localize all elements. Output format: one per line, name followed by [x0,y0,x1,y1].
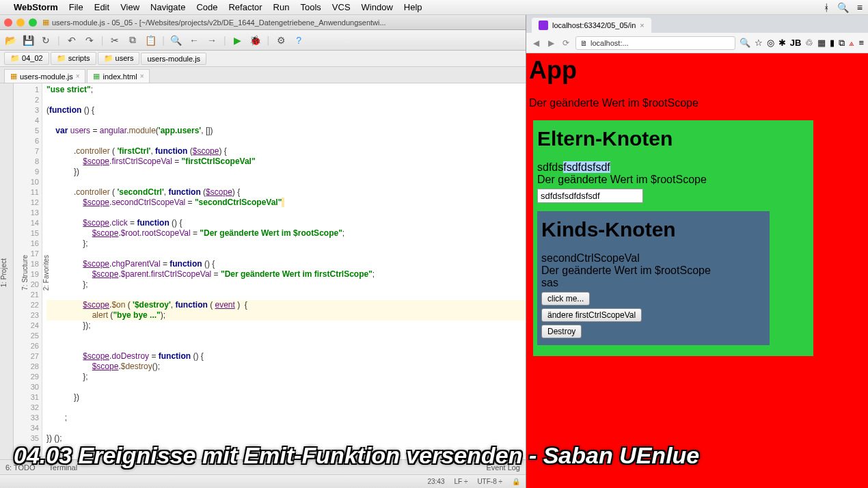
rendered-page: App Der geänderte Wert im $rootScope Elt… [526,53,868,488]
event-log-tab[interactable]: Event Log [486,463,520,472]
child-line1: secondCtrlScopeVal [541,252,765,265]
zoom-window-icon[interactable] [29,18,37,27]
crumb-file[interactable]: users-module.js [141,53,206,65]
spotlight-icon[interactable]: 🔍 [837,2,849,13]
bluetooth-icon[interactable]: ᚼ [824,2,829,13]
menu-help[interactable]: Help [404,2,422,12]
page-icon: 🗎 [580,39,588,47]
destroy-button[interactable]: Destroy [541,325,582,338]
child-heading: Kinds-Knoten [541,218,765,241]
forward-icon[interactable]: → [206,35,218,46]
menu-run[interactable]: Run [273,2,290,12]
parent-input[interactable] [537,189,643,203]
cut-icon[interactable]: ✂ [109,35,121,46]
sync-icon[interactable]: ↻ [40,35,52,46]
encoding[interactable]: UTF-8 ÷ [477,478,502,485]
menu-icon[interactable]: ≡ [858,38,864,49]
child-node-box: Kinds-Knoten secondCtrlScopeVal Der geän… [537,211,770,345]
structure-tool-tab[interactable]: 7: Structure [21,255,29,290]
paste-icon[interactable]: 📋 [144,35,157,46]
chrome-window: localhost:63342/05_05/in × ◀ ▶ ⟳ 🗎 local… [526,15,868,488]
menu-file[interactable]: File [69,2,83,12]
terminal-tab[interactable]: Terminal [49,463,78,472]
window-title: users-module.js - 05_05 - [~/Websites/pr… [52,18,386,27]
chrome-tab[interactable]: localhost:63342/05_05/in × [532,18,651,33]
breadcrumb: 📁 04_02 📁 scripts 📁 users users-module.j… [0,51,526,67]
minimize-window-icon[interactable] [16,18,25,27]
tool-window-tabs: 1: Project 7: Structure 2: Favorites [0,83,14,459]
menu-navigate[interactable]: Navigate [150,2,185,12]
mac-menubar: WebStorm File Edit View Navigate Code Re… [0,0,868,15]
menu-code[interactable]: Code [196,2,217,12]
gear-icon[interactable]: ✱ [778,38,786,49]
save-icon[interactable]: 💾 [22,35,34,46]
help-icon[interactable]: ? [293,35,305,46]
page-title: App [529,56,868,85]
ext-color-icon[interactable]: ▮ [830,38,835,49]
recycle-icon[interactable]: ♲ [805,38,813,49]
parent-node-box: Eltern-Knoten sdfdsfsdfdsfsdf Der geände… [533,120,813,356]
close-icon[interactable]: × [640,21,644,29]
webstorm-titlebar: ▦ users-module.js - 05_05 - [~/Websites/… [0,15,526,30]
debug-icon[interactable]: 🐞 [249,35,262,46]
close-icon[interactable]: × [140,72,144,80]
forward-icon[interactable]: ▶ [545,38,556,48]
parent-line1: sdfdsfsdfdsfsdf [537,161,809,174]
bottom-tool-tabs: 6: TODO Terminal Event Log [0,459,526,474]
lock-icon[interactable]: 🔒 [512,478,520,485]
menu-vcs[interactable]: VCS [332,2,351,12]
copy-icon[interactable]: ⧉ [126,34,139,46]
cursor-position: 23:43 [427,478,444,485]
editor-tabs: ▦users-module.js× ▦index.html× [0,67,526,83]
settings-icon[interactable]: ⚙ [275,35,287,46]
notifications-icon[interactable]: ≡ [857,2,863,13]
tab-index-html[interactable]: ▦index.html× [87,69,150,83]
menu-tools[interactable]: Tools [300,2,321,12]
favicon-icon [539,21,548,30]
click-me-button[interactable]: click me... [541,292,590,306]
crumb-folder[interactable]: 📁 scripts [51,52,96,65]
parent-line2: Der geänderte Wert im $rootScope [537,174,809,186]
address-bar[interactable]: 🗎 localhost:... [575,36,735,50]
crumb-folder[interactable]: 📁 04_02 [4,52,49,65]
jb-icon[interactable]: JB [790,38,802,49]
line-ending[interactable]: LF ÷ [454,478,467,485]
menu-refactor[interactable]: Refactor [228,2,262,12]
root-scope-text: Der geänderte Wert im $rootScope [529,97,868,109]
webstorm-toolbar: 📂 💾 ↻ | ↶ ↷ | ✂ ⧉ 📋 | 🔍 ← → | ▶ 🐞 | ⚙ ? [0,30,526,51]
menu-edit[interactable]: Edit [94,2,109,12]
webstorm-window: ▦ users-module.js - 05_05 - [~/Websites/… [0,15,526,488]
file-icon: ▦ [42,18,49,27]
status-bar: 23:43 LF ÷ UTF-8 ÷ 🔒 [0,474,526,488]
angular-icon[interactable]: ⟁ [849,38,854,49]
project-tool-tab[interactable]: 1: Project [0,258,8,287]
child-line3: sas [541,277,765,289]
ext-grid-icon[interactable]: ▦ [817,38,826,49]
chrome-toolbar: ◀ ▶ ⟳ 🗎 localhost:... 🔍 ☆ ◎ ✱ JB ♲ ▦ ▮ ⧉… [526,33,868,53]
back-icon[interactable]: ← [188,35,200,46]
code-editor[interactable]: "use strict";(function () { var users = … [42,83,526,459]
run-icon[interactable]: ▶ [232,35,244,46]
tab-title: localhost:63342/05_05/in [552,21,636,29]
ext-layers-icon[interactable]: ⧉ [839,38,845,49]
close-icon[interactable]: × [76,72,80,80]
tab-users-module[interactable]: ▦users-module.js× [4,69,85,83]
reload-icon[interactable]: ⟳ [560,38,571,48]
find-icon[interactable]: 🔍 [170,35,182,46]
close-window-icon[interactable] [4,18,12,27]
crumb-folder[interactable]: 📁 users [98,52,140,65]
undo-icon[interactable]: ↶ [66,35,78,46]
open-icon[interactable]: 📂 [4,35,16,46]
back-icon[interactable]: ◀ [530,38,541,48]
search-icon[interactable]: 🔍 [740,38,750,49]
change-parent-button[interactable]: ändere firstCtrlScopeVal [541,308,642,322]
parent-heading: Eltern-Knoten [537,127,809,150]
redo-icon[interactable]: ↷ [83,35,96,46]
menu-view[interactable]: View [120,2,139,12]
ext-circle-icon[interactable]: ◎ [767,38,774,49]
star-icon[interactable]: ☆ [755,38,763,49]
todo-tab[interactable]: 6: TODO [5,463,36,472]
child-line2: Der geänderte Wert im $rootScope [541,265,765,277]
menu-window[interactable]: Window [362,2,393,12]
menu-app[interactable]: WebStorm [14,2,58,12]
